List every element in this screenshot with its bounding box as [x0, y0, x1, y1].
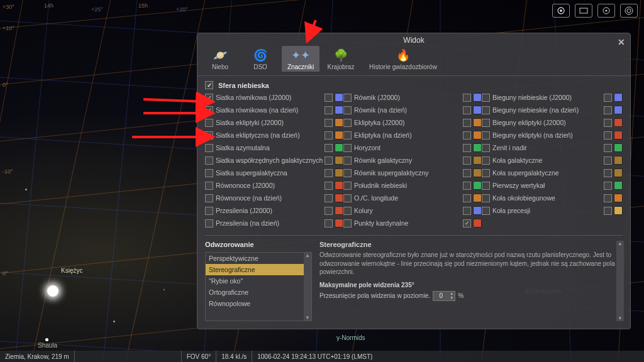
option-checkbox[interactable]	[343, 144, 352, 152]
color-swatch[interactable]	[614, 156, 623, 165]
color-swatch[interactable]	[473, 181, 482, 190]
color-swatch[interactable]	[614, 181, 623, 190]
swatch-checkbox[interactable]	[463, 182, 471, 190]
swatch-checkbox[interactable]	[325, 106, 333, 114]
swatch-checkbox[interactable]	[463, 144, 471, 152]
color-swatch[interactable]	[335, 156, 343, 165]
option-checkbox[interactable]	[205, 219, 213, 228]
option-checkbox[interactable]	[482, 182, 490, 190]
projection-item[interactable]: Stereograficzne	[206, 264, 311, 275]
sensor-button[interactable]	[575, 4, 592, 18]
option-checkbox[interactable]	[343, 207, 352, 215]
option-checkbox[interactable]	[205, 169, 213, 177]
swatch-checkbox[interactable]	[604, 131, 612, 140]
color-swatch[interactable]	[473, 194, 482, 202]
swatch-checkbox[interactable]	[325, 144, 333, 152]
swatch-checkbox[interactable]	[604, 144, 612, 152]
swatch-checkbox[interactable]	[463, 106, 471, 114]
option-checkbox[interactable]	[205, 106, 213, 114]
option-checkbox[interactable]	[343, 106, 352, 114]
tab-markers[interactable]: ✦✦Znaczniki	[282, 46, 319, 72]
option-checkbox[interactable]	[205, 94, 213, 102]
color-swatch[interactable]	[473, 143, 482, 152]
color-swatch[interactable]	[335, 194, 343, 202]
option-checkbox[interactable]	[482, 106, 490, 114]
option-checkbox[interactable]	[482, 169, 490, 177]
swatch-checkbox[interactable]	[325, 156, 333, 165]
projection-item[interactable]: "Rybie oko"	[206, 275, 311, 287]
tab-landscape[interactable]: 🌳Krajobraz	[322, 46, 360, 72]
color-swatch[interactable]	[335, 131, 343, 140]
option-checkbox[interactable]	[205, 156, 213, 165]
color-swatch[interactable]	[614, 143, 623, 152]
projection-item[interactable]: Ortograficzne	[206, 287, 311, 298]
color-swatch[interactable]	[614, 93, 623, 102]
scrollbar[interactable]: ▲▼	[304, 253, 311, 321]
option-checkbox[interactable]	[482, 207, 490, 215]
swatch-checkbox[interactable]	[604, 207, 612, 215]
swatch-checkbox[interactable]	[604, 119, 612, 127]
option-checkbox[interactable]	[482, 156, 490, 165]
option-checkbox[interactable]	[205, 119, 213, 127]
tab-starlore[interactable]: 🔥Historie gwiazdozbiorów	[362, 46, 444, 72]
option-checkbox[interactable]	[343, 182, 352, 190]
color-swatch[interactable]	[335, 168, 343, 177]
section-checkbox[interactable]	[205, 81, 213, 89]
option-checkbox[interactable]	[482, 94, 490, 102]
swatch-checkbox[interactable]	[604, 156, 612, 165]
spin-down-icon[interactable]: ▼	[448, 296, 455, 300]
swatch-checkbox[interactable]	[463, 131, 471, 140]
color-swatch[interactable]	[335, 106, 343, 114]
option-checkbox[interactable]	[205, 131, 213, 140]
swatch-checkbox[interactable]	[463, 219, 471, 228]
color-swatch[interactable]	[614, 106, 623, 114]
swatch-checkbox[interactable]	[604, 106, 612, 114]
option-checkbox[interactable]	[205, 194, 213, 202]
option-checkbox[interactable]	[482, 144, 490, 152]
option-checkbox[interactable]	[343, 119, 352, 127]
shift-spinner[interactable]: 0 ▲▼	[433, 291, 455, 301]
color-swatch[interactable]	[473, 168, 482, 177]
telrad-button[interactable]	[620, 4, 638, 18]
color-swatch[interactable]	[473, 106, 482, 114]
option-checkbox[interactable]	[205, 144, 213, 152]
color-swatch[interactable]	[335, 143, 343, 152]
color-swatch[interactable]	[473, 93, 482, 102]
scrollbar[interactable]: ▲▼	[616, 241, 624, 321]
option-checkbox[interactable]	[343, 94, 352, 102]
swatch-checkbox[interactable]	[604, 182, 612, 190]
option-checkbox[interactable]	[343, 131, 352, 140]
color-swatch[interactable]	[335, 181, 343, 190]
option-checkbox[interactable]	[343, 219, 352, 228]
color-swatch[interactable]	[335, 219, 343, 228]
swatch-checkbox[interactable]	[604, 94, 612, 102]
ocular-button[interactable]	[552, 4, 570, 18]
color-swatch[interactable]	[614, 168, 623, 177]
swatch-checkbox[interactable]	[463, 207, 471, 215]
tab-dso[interactable]: 🌀DSO	[242, 46, 279, 72]
swatch-checkbox[interactable]	[325, 207, 333, 215]
option-checkbox[interactable]	[482, 119, 490, 127]
swatch-checkbox[interactable]	[463, 119, 471, 127]
color-swatch[interactable]	[614, 131, 623, 140]
config-button[interactable]	[597, 4, 615, 18]
color-swatch[interactable]	[614, 194, 623, 202]
swatch-checkbox[interactable]	[325, 182, 333, 190]
swatch-checkbox[interactable]	[325, 219, 333, 228]
color-swatch[interactable]	[473, 219, 482, 228]
color-swatch[interactable]	[614, 206, 623, 215]
color-swatch[interactable]	[335, 93, 343, 102]
close-icon[interactable]: ✕	[618, 37, 625, 47]
option-checkbox[interactable]	[343, 169, 352, 177]
swatch-checkbox[interactable]	[325, 131, 333, 140]
projection-list[interactable]: PerspektywiczneStereograficzne"Rybie oko…	[205, 252, 312, 321]
swatch-checkbox[interactable]	[463, 194, 471, 202]
color-swatch[interactable]	[473, 131, 482, 140]
projection-item[interactable]: Równopolowe	[206, 298, 311, 309]
swatch-checkbox[interactable]	[463, 156, 471, 165]
projection-item[interactable]: Perspektywiczne	[206, 253, 311, 264]
color-swatch[interactable]	[335, 206, 343, 215]
swatch-checkbox[interactable]	[604, 169, 612, 177]
color-swatch[interactable]	[473, 118, 482, 127]
option-checkbox[interactable]	[343, 194, 352, 202]
